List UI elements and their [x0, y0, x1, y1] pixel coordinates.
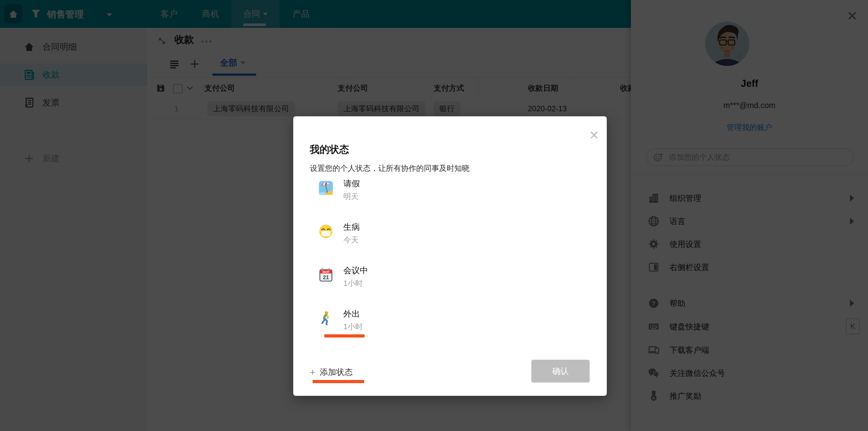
app-screen: 销售管理 客户 商机 合同 产品 合同明细 — [0, 0, 868, 431]
annotation-underline-add-status — [313, 380, 364, 383]
status-option-meeting[interactable]: MAR 21 会议中 1小时 — [293, 265, 528, 294]
plus-icon: + — [310, 368, 315, 377]
modal-close-icon[interactable]: ✕ — [587, 128, 602, 143]
status-option-leave[interactable]: 请假 明天 — [293, 178, 528, 207]
status-option-out[interactable]: 外出 1小时 — [293, 308, 528, 337]
status-option-sick[interactable]: 生病 今天 — [293, 222, 528, 250]
annotation-underline-out-duration — [324, 334, 365, 337]
svg-text:21: 21 — [323, 274, 329, 280]
modal-title: 我的状态 — [310, 143, 349, 156]
my-status-modal: ✕ 我的状态 设置您的个人状态，让所有协作的同事及时知晓 请假 明天 — [293, 116, 607, 396]
pedestrian-emoji — [319, 311, 333, 326]
modal-subtitle: 设置您的个人状态，让所有协作的同事及时知晓 — [310, 163, 469, 173]
add-status-button[interactable]: + 添加状态 — [310, 367, 353, 378]
svg-text:MAR: MAR — [323, 270, 330, 273]
calendar-emoji: MAR 21 — [319, 267, 333, 282]
medical-mask-face-emoji — [319, 224, 333, 239]
beach-umbrella-emoji — [319, 180, 333, 195]
confirm-button[interactable]: 确认 — [531, 360, 590, 383]
